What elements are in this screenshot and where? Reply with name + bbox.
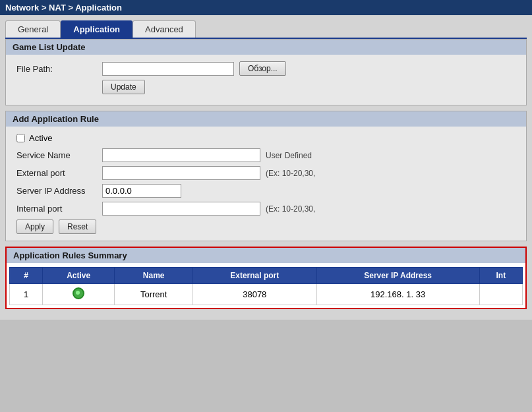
add-application-rule-body: Active Service Name User Defined Externa… [6, 127, 526, 241]
server-ip-input[interactable] [102, 184, 181, 198]
active-checkbox[interactable] [16, 134, 25, 142]
rules-summary-body: # Active Name External port Server IP Ad… [7, 263, 525, 308]
cell-num: 1 [10, 284, 43, 305]
main-content: General Application Advanced Game List U… [0, 15, 532, 320]
col-header-external-port: External port [192, 268, 316, 284]
internal-port-row: Internal port (Ex: 10-20,30, [16, 202, 516, 216]
cell-internal [479, 284, 522, 305]
rules-table: # Active Name External port Server IP Ad… [9, 267, 523, 305]
service-name-hint: User Defined [266, 151, 312, 160]
internal-port-hint: (Ex: 10-20,30, [266, 204, 315, 214]
active-row: Active [16, 133, 516, 143]
update-button[interactable]: Update [102, 80, 145, 94]
apply-button[interactable]: Apply [16, 220, 53, 234]
browse-button[interactable]: Обзор... [239, 61, 286, 76]
title-text: Network > NAT > Application [5, 3, 122, 13]
add-application-rule-header: Add Application Rule [6, 111, 526, 127]
update-row: Update [16, 80, 516, 94]
rules-summary-header: Application Rules Summary [7, 248, 525, 263]
external-port-label: External port [16, 168, 102, 178]
col-header-active: Active [42, 268, 114, 284]
file-path-label: File Path: [16, 64, 102, 74]
cell-active [42, 284, 114, 305]
server-ip-row: Server IP Address [16, 184, 516, 198]
external-port-row: External port (Ex: 10-20,30, [16, 166, 516, 180]
external-port-hint: (Ex: 10-20,30, [266, 169, 315, 178]
server-ip-label: Server IP Address [16, 186, 102, 196]
col-header-server-ip: Server IP Address [316, 268, 479, 284]
title-bar: Network > NAT > Application [0, 0, 532, 15]
cell-server-ip: 192.168. 1. 33 [316, 284, 479, 305]
internal-port-label: Internal port [16, 204, 102, 214]
game-list-update-body: File Path: Обзор... Update [6, 55, 526, 105]
cell-name: Torrent [115, 284, 193, 305]
active-label: Active [29, 133, 52, 143]
game-list-update-section: Game List Update File Path: Обзор... Upd… [5, 39, 527, 105]
service-name-row: Service Name User Defined [16, 148, 516, 162]
col-header-num: # [10, 268, 43, 284]
add-application-rule-section: Add Application Rule Active Service Name… [5, 111, 527, 241]
tab-application[interactable]: Application [61, 20, 133, 38]
file-path-row: File Path: Обзор... [16, 61, 516, 76]
reset-button[interactable]: Reset [59, 220, 96, 234]
file-path-input[interactable] [102, 62, 234, 76]
col-header-name: Name [115, 268, 193, 284]
internal-port-input[interactable] [102, 202, 260, 216]
external-port-input[interactable] [102, 166, 260, 180]
cell-external-port: 38078 [192, 284, 316, 305]
tab-advanced[interactable]: Advanced [133, 20, 196, 38]
service-name-label: Service Name [16, 150, 102, 160]
table-header-row: # Active Name External port Server IP Ad… [10, 268, 523, 284]
game-list-update-header: Game List Update [6, 40, 526, 55]
status-icon [73, 287, 84, 299]
table-row: 1Torrent38078192.168. 1. 33 [10, 284, 523, 305]
apply-reset-row: Apply Reset [16, 220, 516, 234]
col-header-internal: Int [479, 268, 522, 284]
tab-general[interactable]: General [5, 20, 61, 38]
service-name-input[interactable] [102, 148, 260, 162]
rules-summary-section: Application Rules Summary # Active Name … [5, 247, 527, 309]
tab-bar: General Application Advanced [5, 20, 527, 39]
